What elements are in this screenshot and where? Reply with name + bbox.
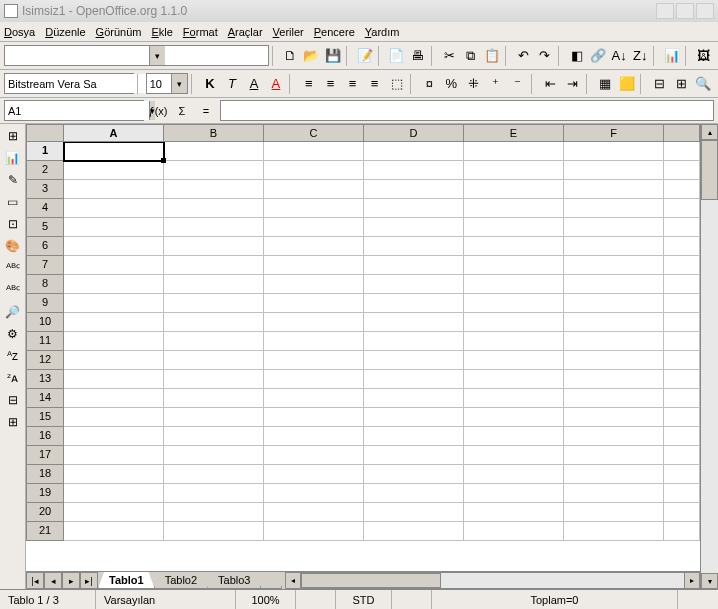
cell-D13[interactable] — [364, 370, 464, 389]
cell-F15[interactable] — [564, 408, 664, 427]
font-color-button[interactable]: A — [265, 73, 286, 95]
cell-B8[interactable] — [164, 275, 264, 294]
cell-F13[interactable] — [564, 370, 664, 389]
cell-C11[interactable] — [264, 332, 364, 351]
vertical-scrollbar[interactable]: ▴ ▾ — [700, 124, 718, 589]
cell-A6[interactable] — [64, 237, 164, 256]
cell-extra-11[interactable] — [664, 332, 700, 351]
cell-B4[interactable] — [164, 199, 264, 218]
row-header-19[interactable]: 19 — [26, 484, 64, 503]
side-spellcheck-button[interactable]: ᴬᴮᶜ — [2, 258, 24, 278]
align-justify-button[interactable]: ≡ — [364, 73, 385, 95]
cell-E19[interactable] — [464, 484, 564, 503]
cell-extra-20[interactable] — [664, 503, 700, 522]
cell-E8[interactable] — [464, 275, 564, 294]
underline-button[interactable]: A — [243, 73, 264, 95]
cell-D9[interactable] — [364, 294, 464, 313]
cell-C16[interactable] — [264, 427, 364, 446]
cell-B7[interactable] — [164, 256, 264, 275]
font-size-combo[interactable] — [146, 73, 188, 94]
sheet-tab-1[interactable]: Tablo1 — [98, 572, 155, 589]
cell-C20[interactable] — [264, 503, 364, 522]
cell-C5[interactable] — [264, 218, 364, 237]
tab-nav-first[interactable]: |◂ — [26, 572, 44, 589]
percent-button[interactable]: % — [441, 73, 462, 95]
cell-D5[interactable] — [364, 218, 464, 237]
side-find-button[interactable]: 🔎 — [2, 302, 24, 322]
cell-B9[interactable] — [164, 294, 264, 313]
undo-button[interactable]: ↶ — [513, 45, 533, 67]
cell-extra-17[interactable] — [664, 446, 700, 465]
cell-C15[interactable] — [264, 408, 364, 427]
cell-A20[interactable] — [64, 503, 164, 522]
remove-decimal-button[interactable]: ⁻ — [507, 73, 528, 95]
cell-F4[interactable] — [564, 199, 664, 218]
side-form-button[interactable]: ▭ — [2, 192, 24, 212]
increase-indent-button[interactable]: ⇥ — [562, 73, 583, 95]
cell-A14[interactable] — [64, 389, 164, 408]
function-button[interactable]: = — [196, 101, 216, 121]
tab-nav-prev[interactable]: ◂ — [44, 572, 62, 589]
cell-E2[interactable] — [464, 161, 564, 180]
cell-A21[interactable] — [64, 522, 164, 541]
menu-window[interactable]: Pencere — [314, 26, 355, 38]
row-header-5[interactable]: 5 — [26, 218, 64, 237]
select-all-corner[interactable] — [26, 124, 64, 142]
cell-E1[interactable] — [464, 142, 564, 161]
cell-extra-10[interactable] — [664, 313, 700, 332]
cell-F10[interactable] — [564, 313, 664, 332]
cell-C9[interactable] — [264, 294, 364, 313]
cell-D7[interactable] — [364, 256, 464, 275]
font-name-combo[interactable] — [4, 73, 134, 94]
column-header-A[interactable]: A — [64, 124, 164, 142]
cell-extra-1[interactable] — [664, 142, 700, 161]
cell-D15[interactable] — [364, 408, 464, 427]
cell-E16[interactable] — [464, 427, 564, 446]
cell-D17[interactable] — [364, 446, 464, 465]
cell-extra-13[interactable] — [664, 370, 700, 389]
hyperlink-button[interactable]: 🔗 — [588, 45, 608, 67]
maximize-button[interactable] — [676, 3, 694, 19]
pdf-button[interactable]: 📄 — [386, 45, 406, 67]
cell-D20[interactable] — [364, 503, 464, 522]
cell-F2[interactable] — [564, 161, 664, 180]
row-header-16[interactable]: 16 — [26, 427, 64, 446]
cell-A9[interactable] — [64, 294, 164, 313]
row-header-20[interactable]: 20 — [26, 503, 64, 522]
column-header-extra[interactable] — [664, 124, 700, 142]
row-header-10[interactable]: 10 — [26, 313, 64, 332]
cell-E21[interactable] — [464, 522, 564, 541]
sheet-tab-blank[interactable] — [260, 572, 282, 589]
cell-B16[interactable] — [164, 427, 264, 446]
tab-nav-last[interactable]: ▸| — [80, 572, 98, 589]
side-group-button[interactable]: ⊟ — [2, 390, 24, 410]
cell-F14[interactable] — [564, 389, 664, 408]
new-button[interactable]: 🗋 — [280, 45, 300, 67]
cell-extra-5[interactable] — [664, 218, 700, 237]
cell-F19[interactable] — [564, 484, 664, 503]
row-header-3[interactable]: 3 — [26, 180, 64, 199]
column-header-C[interactable]: C — [264, 124, 364, 142]
cell-B5[interactable] — [164, 218, 264, 237]
cell-F11[interactable] — [564, 332, 664, 351]
cell-D21[interactable] — [364, 522, 464, 541]
cell-extra-2[interactable] — [664, 161, 700, 180]
cell-extra-19[interactable] — [664, 484, 700, 503]
cell-E15[interactable] — [464, 408, 564, 427]
cell-B12[interactable] — [164, 351, 264, 370]
menu-format[interactable]: Format — [183, 26, 218, 38]
cell-A4[interactable] — [64, 199, 164, 218]
cell-extra-12[interactable] — [664, 351, 700, 370]
cell-A16[interactable] — [64, 427, 164, 446]
minimize-button[interactable] — [656, 3, 674, 19]
cell-D12[interactable] — [364, 351, 464, 370]
side-autospell-button[interactable]: ᴬᴮᶜ — [2, 280, 24, 300]
cell-F20[interactable] — [564, 503, 664, 522]
close-button[interactable] — [696, 3, 714, 19]
row-header-9[interactable]: 9 — [26, 294, 64, 313]
cell-C6[interactable] — [264, 237, 364, 256]
cell-A3[interactable] — [64, 180, 164, 199]
cell-B13[interactable] — [164, 370, 264, 389]
cell-reference-combo[interactable] — [4, 100, 144, 121]
currency-button[interactable]: ¤ — [419, 73, 440, 95]
